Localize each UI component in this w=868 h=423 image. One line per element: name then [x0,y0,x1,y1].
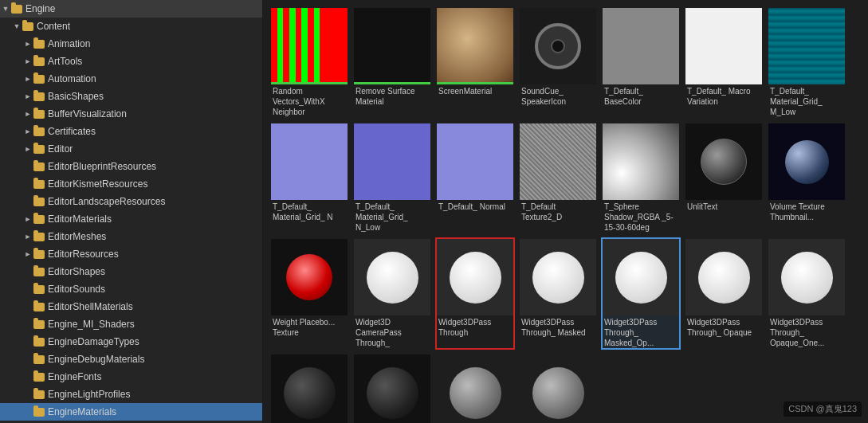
sidebar-item-editorkismetresources[interactable]: EditorKismetResources [0,175,262,193]
sidebar-item-enginematerials[interactable]: EngineMaterials [0,403,262,421]
asset-item-22[interactable]: Widget3DPass Through_ Translucent [269,353,349,423]
asset-item-23[interactable]: Widget3DPass Through_ Transluc... [352,353,432,423]
sidebar-label-enginedamagetypes: EngineDamageTypes [48,336,139,347]
sidebar-item-editorshapes[interactable]: EditorShapes [0,263,262,280]
sidebar-item-enginedamagetypes[interactable]: EngineDamageTypes [0,333,262,351]
sidebar-item-editormaterials[interactable]: ►EditorMaterials [0,210,262,228]
tree-arrow-editorshellmaterials [22,301,33,312]
asset-item-14[interactable]: Volume Texture Thumbnail... [767,122,846,234]
sidebar-item-enginelightprofiles[interactable]: EngineLightProfiles [0,386,262,403]
sidebar-item-basicshapes[interactable]: ►BasicShapes [0,88,262,105]
sidebar-item-editorsounds[interactable]: EditorSounds [0,280,262,298]
folder-icon-engine_mi_shaders [33,320,45,329]
sidebar-label-automation: Automation [48,73,96,84]
tree-arrow-editorsounds [22,284,33,295]
asset-item-9[interactable]: T_Default_ Material_Grid_ N_Low [352,122,432,234]
asset-thumb-10 [437,123,513,200]
asset-label-19: Widget3DPass Through_ Masked_Op... [603,315,679,348]
sidebar-item-editorblueprintresources[interactable]: EditorBlueprintResources [0,158,262,175]
tree-arrow-engine: ▼ [0,3,11,14]
asset-label-10: T_Default_ Normal [437,200,513,221]
sidebar-item-editormeshes[interactable]: ►EditorMeshes [0,228,262,245]
asset-item-11[interactable]: T_Default Texture2_D [518,122,598,234]
sidebar-item-engine[interactable]: ▼Engine [0,0,262,18]
asset-item-2[interactable]: Remove Surface Material [352,6,432,119]
sidebar-item-automation[interactable]: ►Automation [0,70,262,88]
asset-item-25[interactable]: WorldGrid Material_Low [518,353,598,423]
sidebar-label-editor: Editor [48,143,73,155]
folder-icon-enginefonts [33,373,45,382]
tree-arrow-editorblueprintresources [22,161,33,172]
sidebar-item-enginedebugmaterials[interactable]: EngineDebugMaterials [0,351,262,368]
asset-item-12[interactable]: T_Sphere Shadow_RGBA _5-15-30-60deg [601,122,681,234]
sidebar-label-enginedebugmaterials: EngineDebugMaterials [48,354,144,365]
asset-label-14: Volume Texture Thumbnail... [768,200,845,222]
asset-item-20[interactable]: Widget3DPass Through_ Opaque [684,237,764,350]
sidebar-label-enginelightprofiles: EngineLightProfiles [48,389,130,400]
asset-thumb-7 [768,8,845,84]
folder-icon-editorshapes [33,268,45,276]
sidebar-label-buffervisualization: BufferVisualization [48,108,127,119]
folder-icon-engine [11,5,22,14]
asset-item-3[interactable]: ScreenMaterial [435,6,515,119]
tree-arrow-editorkismetresources [22,178,33,190]
folder-icon-editormaterials [33,215,45,224]
sidebar-item-editorshellmaterials[interactable]: EditorShellMaterials [0,298,262,315]
asset-item-5[interactable]: T_Default_ BaseColor [601,6,681,119]
sidebar-item-content[interactable]: ▼Content [0,18,262,35]
asset-thumb-3 [437,8,513,84]
sidebar-label-editorsounds: EditorSounds [48,284,105,295]
asset-item-4[interactable]: SoundCue_ SpeakerIcon [518,6,598,119]
asset-thumb-9 [354,123,430,200]
sidebar-label-editorresources: EditorResources [48,249,119,260]
asset-label-4: SoundCue_ SpeakerIcon [520,84,596,107]
tree-arrow-enginedebugmaterials [22,354,33,365]
asset-label-1: Random Vectors_WithX Neighbor [271,84,348,117]
asset-item-21[interactable]: Widget3DPass Through_ Opaque_One... [767,237,846,350]
asset-item-13[interactable]: UnlitText [684,122,764,234]
asset-thumb-13 [685,123,762,200]
asset-item-1[interactable]: Random Vectors_WithX Neighbor [269,6,349,119]
asset-label-15: Weight Placebo... Texture [271,315,348,338]
asset-item-18[interactable]: Widget3DPass Through_ Masked [518,237,598,350]
asset-item-24[interactable]: WorldGrid Material [435,353,515,423]
asset-thumb-12 [603,123,679,200]
folder-icon-editorblueprintresources [33,163,45,171]
tree-arrow-certificates: ► [22,126,33,137]
sidebar-label-basicshapes: BasicShapes [48,91,104,102]
folder-icon-certificates [33,127,45,136]
asset-content-area[interactable]: Random Vectors_WithX NeighborRemove Surf… [263,0,868,423]
sidebar-item-arttools[interactable]: ►ArtTools [0,53,262,70]
folder-icon-enginelightprofiles [33,390,45,399]
folder-icon-editor [33,145,45,154]
asset-item-7[interactable]: T_Default_ Material_Grid_ M_Low [767,6,846,119]
asset-item-16[interactable]: Widget3D CameraPass Through_ [352,237,432,350]
asset-item-19[interactable]: Widget3DPass Through_ Masked_Op... [601,237,681,350]
asset-item-8[interactable]: T_Default_ Material_Grid_ N [269,122,349,234]
sidebar-label-editorlandscaperesources: EditorLandscapeResources [48,196,165,207]
asset-thumb-20 [685,239,762,315]
asset-item-6[interactable]: T_Default_ Macro Variation [684,6,764,119]
folder-icon-enginedebugmaterials [33,355,45,364]
sidebar-item-editorlandscaperesources[interactable]: EditorLandscapeResources [0,193,262,210]
asset-item-17[interactable]: Widget3DPass Through [435,237,515,350]
asset-thumb-22 [271,354,348,423]
asset-label-11: T_Default Texture2_D [520,200,596,222]
asset-thumb-18 [520,239,596,315]
sidebar-item-certificates[interactable]: ►Certificates [0,123,262,140]
tree-arrow-editorresources: ► [22,249,33,260]
sidebar-label-editorkismetresources: EditorKismetResources [48,178,147,190]
asset-item-10[interactable]: T_Default_ Normal [435,122,515,234]
sidebar-item-editor[interactable]: ►Editor [0,140,262,158]
asset-label-2: Remove Surface Material [354,84,430,107]
folder-icon-automation [33,75,45,84]
asset-item-15[interactable]: Weight Placebo... Texture [269,237,349,350]
sidebar-item-buffervisualization[interactable]: ►BufferVisualization [0,105,262,123]
content-browser-sidebar[interactable]: ▼Engine▼Content►Animation►ArtTools►Autom… [0,0,263,423]
sidebar-item-editorresources[interactable]: ►EditorResources [0,245,262,263]
sidebar-item-animation[interactable]: ►Animation [0,35,262,53]
sidebar-item-engine_mi_shaders[interactable]: Engine_MI_Shaders [0,315,262,333]
folder-icon-basicshapes [33,92,45,101]
tree-arrow-animation: ► [22,38,33,49]
sidebar-item-enginefonts[interactable]: EngineFonts [0,368,262,386]
